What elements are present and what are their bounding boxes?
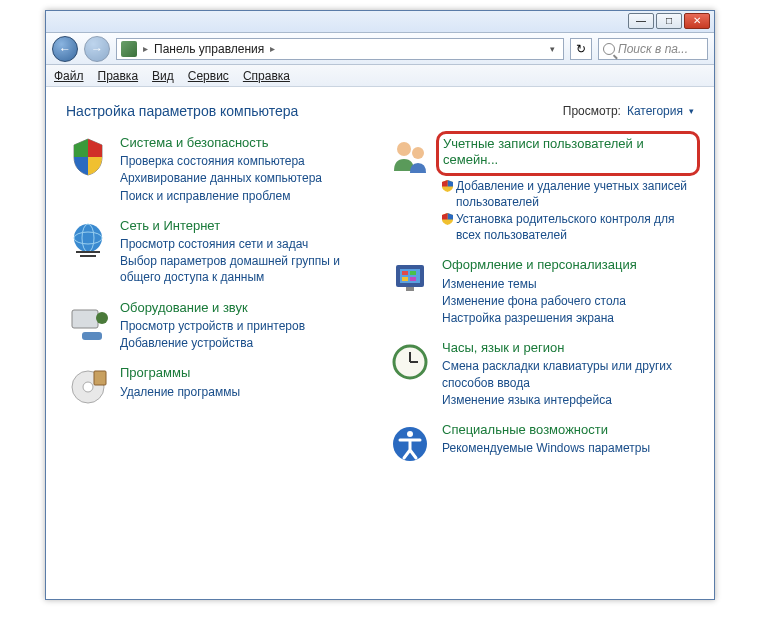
nav-back-button[interactable]: ←	[52, 36, 78, 62]
task-link[interactable]: Архивирование данных компьютера	[120, 170, 372, 186]
task-link[interactable]: Изменение фона рабочего стола	[442, 293, 694, 309]
refresh-button[interactable]: ↻	[570, 38, 592, 60]
task-link[interactable]: Добавление и удаление учетных записей по…	[442, 178, 694, 210]
svg-point-0	[74, 224, 102, 252]
category-title[interactable]: Сеть и Интернет	[120, 218, 372, 234]
category-item: Система и безопасностьПроверка состояния…	[66, 135, 372, 204]
task-link[interactable]: Изменение языка интерфейса	[442, 392, 694, 408]
task-link-text: Изменение языка интерфейса	[442, 392, 612, 408]
task-link-text: Выбор параметров домашней группы и общег…	[120, 253, 372, 285]
category-body: ПрограммыУдаление программы	[120, 365, 372, 409]
svg-rect-17	[406, 287, 414, 291]
svg-point-5	[96, 312, 108, 324]
category-body: Сеть и ИнтернетПросмотр состояния сети и…	[120, 218, 372, 286]
close-button[interactable]: ✕	[684, 13, 710, 29]
back-arrow-icon: ←	[59, 42, 71, 56]
category-icon	[388, 257, 432, 301]
svg-rect-15	[402, 277, 408, 281]
menu-file[interactable]: Файл	[54, 69, 84, 83]
category-links: Изменение темыИзменение фона рабочего ст…	[442, 276, 694, 327]
task-link[interactable]: Изменение темы	[442, 276, 694, 292]
control-panel-window: — □ ✕ ← → ▸ Панель управления ▸ ▾ ↻ Поис…	[45, 10, 715, 600]
svg-rect-13	[402, 271, 408, 275]
task-link[interactable]: Смена раскладки клавиатуры или других сп…	[442, 358, 694, 390]
menu-help[interactable]: Справка	[243, 69, 290, 83]
address-dropdown-icon[interactable]: ▾	[546, 44, 559, 54]
category-icon	[388, 340, 432, 384]
category-title[interactable]: Учетные записи пользователей и семейн...	[443, 136, 693, 169]
category-icon	[388, 422, 432, 466]
category-body: Система и безопасностьПроверка состояния…	[120, 135, 372, 204]
task-link-text: Удаление программы	[120, 384, 240, 400]
maximize-button[interactable]: □	[656, 13, 682, 29]
task-link-text: Проверка состояния компьютера	[120, 153, 305, 169]
view-by-control[interactable]: Просмотр: Категория ▾	[563, 104, 694, 118]
category-links: Просмотр устройств и принтеровДобавление…	[120, 318, 372, 351]
svg-point-9	[397, 142, 411, 156]
menubar: Файл Правка Вид Сервис Справка	[46, 65, 714, 87]
category-body: Учетные записи пользователей и семейн...…	[442, 135, 694, 243]
nav-forward-button[interactable]: →	[84, 36, 110, 62]
highlight-box: Учетные записи пользователей и семейн...	[436, 131, 700, 176]
task-link[interactable]: Настройка разрешения экрана	[442, 310, 694, 326]
category-item: Оформление и персонализацияИзменение тем…	[388, 257, 694, 326]
titlebar: — □ ✕	[46, 11, 714, 33]
task-link-text: Установка родительского контроля для все…	[456, 211, 694, 243]
category-body: Часы, язык и регионСмена раскладки клави…	[442, 340, 694, 408]
task-link-text: Добавление устройства	[120, 335, 253, 351]
category-columns: Система и безопасностьПроверка состояния…	[66, 135, 694, 466]
page-title: Настройка параметров компьютера	[66, 103, 298, 119]
content-header: Настройка параметров компьютера Просмотр…	[66, 103, 694, 119]
svg-rect-8	[94, 371, 106, 385]
category-icon	[66, 218, 110, 262]
search-icon	[603, 43, 615, 55]
category-title[interactable]: Оборудование и звук	[120, 300, 372, 316]
menu-edit[interactable]: Правка	[98, 69, 139, 83]
task-link[interactable]: Выбор параметров домашней группы и общег…	[120, 253, 372, 285]
task-link[interactable]: Рекомендуемые Windows параметры	[442, 440, 694, 456]
svg-rect-16	[410, 277, 416, 281]
category-links: Рекомендуемые Windows параметры	[442, 440, 694, 456]
breadcrumb-sep-icon: ▸	[141, 43, 150, 54]
task-link[interactable]: Добавление устройства	[120, 335, 372, 351]
category-title[interactable]: Система и безопасность	[120, 135, 372, 151]
menu-tools[interactable]: Сервис	[188, 69, 229, 83]
search-placeholder: Поиск в па...	[618, 42, 688, 56]
shield-icon	[442, 178, 453, 192]
window-controls: — □ ✕	[628, 13, 710, 29]
breadcrumb-sep-icon: ▸	[268, 43, 277, 54]
category-title[interactable]: Оформление и персонализация	[442, 257, 694, 273]
svg-rect-14	[410, 271, 416, 275]
task-link[interactable]: Просмотр устройств и принтеров	[120, 318, 372, 334]
content-area: Настройка параметров компьютера Просмотр…	[46, 89, 714, 599]
left-column: Система и безопасностьПроверка состояния…	[66, 135, 372, 466]
category-item: Учетные записи пользователей и семейн...…	[388, 135, 694, 243]
category-title[interactable]: Специальные возможности	[442, 422, 694, 438]
task-link-text: Просмотр устройств и принтеров	[120, 318, 305, 334]
task-link[interactable]: Поиск и исправление проблем	[120, 188, 372, 204]
search-input[interactable]: Поиск в па...	[598, 38, 708, 60]
category-icon	[66, 365, 110, 409]
control-panel-icon	[121, 41, 137, 57]
menu-view[interactable]: Вид	[152, 69, 174, 83]
minimize-button[interactable]: —	[628, 13, 654, 29]
category-item: Часы, язык и регионСмена раскладки клави…	[388, 340, 694, 408]
refresh-icon: ↻	[576, 42, 586, 56]
task-link-text: Настройка разрешения экрана	[442, 310, 614, 326]
task-link-text: Изменение темы	[442, 276, 537, 292]
task-link[interactable]: Проверка состояния компьютера	[120, 153, 372, 169]
category-title[interactable]: Часы, язык и регион	[442, 340, 694, 356]
category-body: Оформление и персонализацияИзменение тем…	[442, 257, 694, 326]
breadcrumb-item[interactable]: Панель управления	[154, 42, 264, 56]
svg-rect-4	[82, 332, 102, 340]
address-bar[interactable]: ▸ Панель управления ▸ ▾	[116, 38, 564, 60]
task-link-text: Рекомендуемые Windows параметры	[442, 440, 650, 456]
category-title[interactable]: Программы	[120, 365, 372, 381]
category-links: Проверка состояния компьютераАрхивирован…	[120, 153, 372, 204]
navigation-bar: ← → ▸ Панель управления ▸ ▾ ↻ Поиск в па…	[46, 33, 714, 65]
svg-point-7	[83, 382, 93, 392]
task-link[interactable]: Просмотр состояния сети и задач	[120, 236, 372, 252]
svg-rect-3	[72, 310, 98, 328]
task-link[interactable]: Удаление программы	[120, 384, 372, 400]
task-link[interactable]: Установка родительского контроля для все…	[442, 211, 694, 243]
